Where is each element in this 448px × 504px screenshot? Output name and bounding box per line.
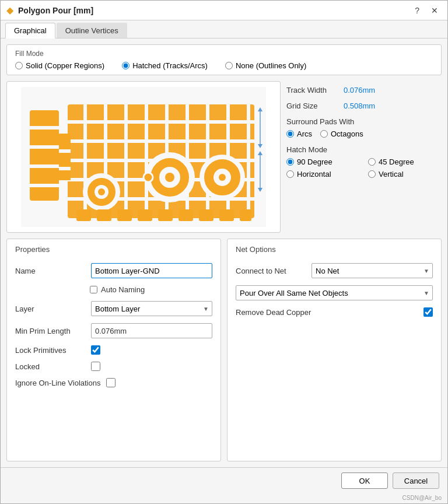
lock-primitives-label: Lock Primitives [15,346,85,355]
min-prim-row: Min Prim Length [15,323,212,338]
layer-select[interactable]: Bottom Layer Top Layer Mid Layer [91,301,212,316]
surround-pads-label: Surround Pads With [286,117,442,126]
locked-row: Locked [15,362,212,371]
svg-rect-35 [97,209,111,221]
auto-naming-row: Auto Naming [15,285,212,294]
connect-to-net-select-wrap: No Net GND VCC ▼ [312,263,433,278]
tab-outline-vertices[interactable]: Outline Vertices [57,23,127,38]
hatch-horizontal-radio[interactable] [286,170,294,178]
track-width-label: Track Width [286,86,339,94]
svg-rect-37 [138,209,152,221]
hatch-vertical-radio[interactable] [368,170,376,178]
svg-rect-40 [199,209,214,221]
auto-naming-label: Auto Naming [101,285,145,294]
svg-point-29 [165,173,174,182]
close-button[interactable]: ✕ [428,5,442,16]
hatch-90[interactable]: 90 Degree [286,158,360,166]
svg-point-26 [98,188,105,195]
name-label: Name [15,267,85,275]
remove-dead-copper-row: Remove Dead Copper [236,307,433,317]
hatch-mode-label: Hatch Mode [286,145,442,154]
settings-area: Track Width 0.076mm Grid Size 0.508mm Su… [286,81,442,233]
connect-to-net-label: Connect to Net [236,267,306,275]
hatch-90-radio[interactable] [286,158,294,166]
svg-rect-34 [76,209,91,221]
properties-panel: Properties Name Auto Naming Layer B [6,239,221,461]
svg-rect-39 [178,209,193,221]
lock-primitives-checkbox[interactable] [91,345,100,355]
fill-mode-options: Solid (Copper Regions) Hatched (Tracks/A… [15,61,433,70]
title-bar-left: ◆ Polygon Pour [mm] [6,5,93,16]
svg-rect-42 [240,209,251,221]
cancel-button[interactable]: Cancel [393,473,439,489]
title-controls: ? ✕ [411,5,442,16]
fill-mode-section: Fill Mode Solid (Copper Regions) Hatched… [6,44,442,75]
min-prim-label: Min Prim Length [15,327,85,335]
watermark: CSDN@Air_bo [1,494,447,503]
svg-rect-38 [158,209,173,221]
hatch-45[interactable]: 45 Degree [368,158,442,166]
track-width-value: 0.076mm [344,86,375,94]
min-prim-input[interactable] [91,323,212,338]
svg-rect-36 [117,209,132,221]
help-button[interactable]: ? [411,5,423,16]
fill-mode-solid-radio[interactable] [15,62,23,69]
locked-checkbox[interactable] [91,362,100,371]
surround-arcs-radio[interactable] [286,130,294,138]
hatch-mode-section: Hatch Mode 90 Degree 45 Degree Horizo [286,145,442,178]
svg-rect-41 [219,209,234,221]
tab-bar: Graphical Outline Vertices [1,20,447,38]
track-width-row: Track Width 0.076mm [286,86,442,94]
ignore-violations-checkbox[interactable] [106,378,116,387]
hatch-horizontal[interactable]: Horizontal [286,170,360,178]
surround-octagons-radio[interactable] [320,130,328,138]
grid-size-value: 0.508mm [344,102,375,110]
pour-over-select[interactable]: Pour Over All Same Net Objects Pour Over… [236,285,433,300]
fill-mode-hatched-radio[interactable] [122,62,130,69]
svg-rect-21 [59,134,71,180]
auto-naming-checkbox[interactable] [90,286,97,293]
fill-mode-none[interactable]: None (Outlines Only) [225,61,306,70]
hatch-45-radio[interactable] [368,158,376,166]
fill-mode-label: Fill Mode [15,50,433,58]
title-bar: ◆ Polygon Pour [mm] ? ✕ [1,1,447,20]
connect-to-net-select[interactable]: No Net GND VCC [312,263,433,278]
pour-over-row: Pour Over All Same Net Objects Pour Over… [236,285,433,300]
bottom-panels: Properties Name Auto Naming Layer B [6,239,442,461]
lock-primitives-row: Lock Primitives [15,345,212,355]
preview-area [6,81,281,233]
remove-dead-checkbox[interactable] [424,307,433,317]
fill-mode-solid[interactable]: Solid (Copper Regions) [15,61,104,70]
name-input[interactable] [91,263,212,278]
dialog: ◆ Polygon Pour [mm] ? ✕ Graphical Outlin… [0,0,448,504]
surround-octagons[interactable]: Octagons [320,130,363,138]
preview-svg [21,87,266,227]
hatch-vertical[interactable]: Vertical [368,170,442,178]
dialog-footer: OK Cancel [1,467,447,494]
dialog-title: Polygon Pour [mm] [18,6,93,15]
pour-over-select-wrap: Pour Over All Same Net Objects Pour Over… [236,285,433,300]
grid-size-label: Grid Size [286,102,339,110]
net-options-panel: Net Options Connect to Net No Net GND VC… [227,239,442,461]
hatch-mode-options: 90 Degree 45 Degree Horizontal Vert [286,158,442,178]
ignore-violations-row: Ignore On-Line Violations [15,378,212,387]
locked-label: Locked [15,362,85,371]
preview-settings-row: Track Width 0.076mm Grid Size 0.508mm Su… [6,81,442,233]
ok-button[interactable]: OK [341,473,388,489]
svg-point-32 [219,174,226,181]
grid-size-row: Grid Size 0.508mm [286,102,442,110]
surround-pads-options: Arcs Octagons [286,130,442,138]
svg-point-33 [144,173,153,182]
main-content: Fill Mode Solid (Copper Regions) Hatched… [1,38,447,467]
layer-select-wrap: Bottom Layer Top Layer Mid Layer ▼ [91,301,212,316]
remove-dead-label: Remove Dead Copper [236,308,311,317]
dialog-icon: ◆ [6,5,13,16]
fill-mode-none-radio[interactable] [225,62,233,69]
connect-to-net-row: Connect to Net No Net GND VCC ▼ [236,263,433,278]
tab-graphical[interactable]: Graphical [5,23,55,38]
fill-mode-hatched[interactable]: Hatched (Tracks/Arcs) [122,61,208,70]
name-row: Name [15,263,212,278]
surround-pads-section: Surround Pads With Arcs Octagons [286,117,442,138]
net-options-title: Net Options [236,245,433,254]
surround-arcs[interactable]: Arcs [286,130,312,138]
